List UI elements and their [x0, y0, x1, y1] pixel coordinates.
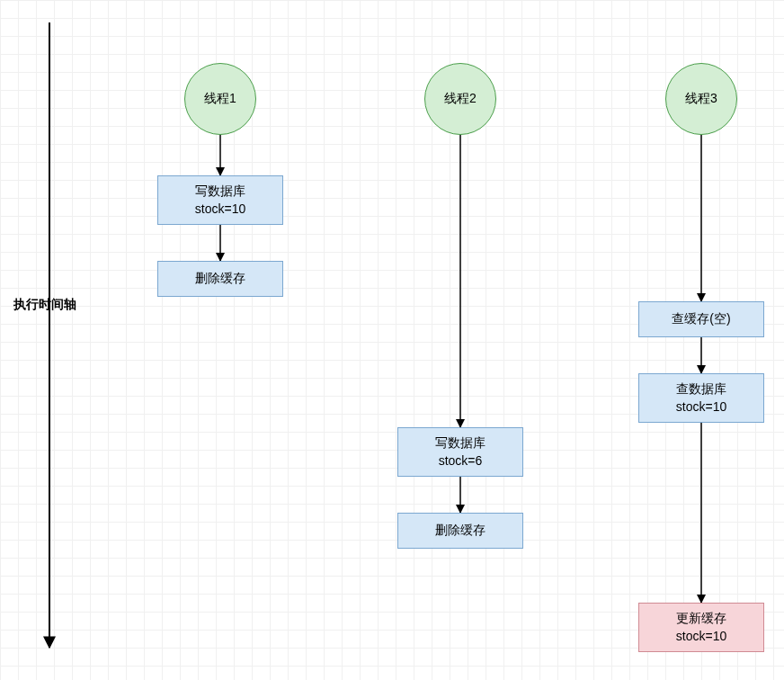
thread-3-step-1-line1: 查缓存(空) [672, 310, 730, 328]
thread-2-step-2-line1: 删除缓存 [435, 522, 486, 540]
thread-3-step-2-line1: 查数据库 [676, 380, 726, 398]
thread-3-step-3: 更新缓存 stock=10 [638, 603, 764, 652]
thread-2-step-1-line2: stock=6 [439, 452, 483, 470]
thread-1-step-2: 删除缓存 [157, 261, 283, 297]
thread-1-step-2-line1: 删除缓存 [195, 270, 245, 288]
thread-2-step-1-line1: 写数据库 [435, 434, 486, 452]
thread-1-step-1-line1: 写数据库 [195, 183, 245, 201]
thread-2-step-2: 删除缓存 [397, 513, 523, 549]
thread-2-step-1: 写数据库 stock=6 [397, 427, 523, 477]
thread-1-start: 线程1 [184, 63, 256, 135]
thread-3-start: 线程3 [665, 63, 737, 135]
thread-3-step-3-line1: 更新缓存 [676, 610, 726, 628]
thread-2-start: 线程2 [424, 63, 496, 135]
thread-3-step-2-line2: stock=10 [676, 398, 726, 416]
thread-1-step-1: 写数据库 stock=10 [157, 175, 283, 225]
thread-3-step-1: 查缓存(空) [638, 301, 764, 337]
thread-3-label: 线程3 [685, 91, 717, 107]
thread-1-label: 线程1 [204, 91, 236, 107]
thread-3-step-3-line2: stock=10 [676, 628, 726, 646]
thread-2-label: 线程2 [444, 91, 477, 107]
thread-3-step-2: 查数据库 stock=10 [638, 373, 764, 423]
timeline-axis-label: 执行时间轴 [13, 297, 76, 313]
thread-1-step-1-line2: stock=10 [195, 201, 245, 219]
